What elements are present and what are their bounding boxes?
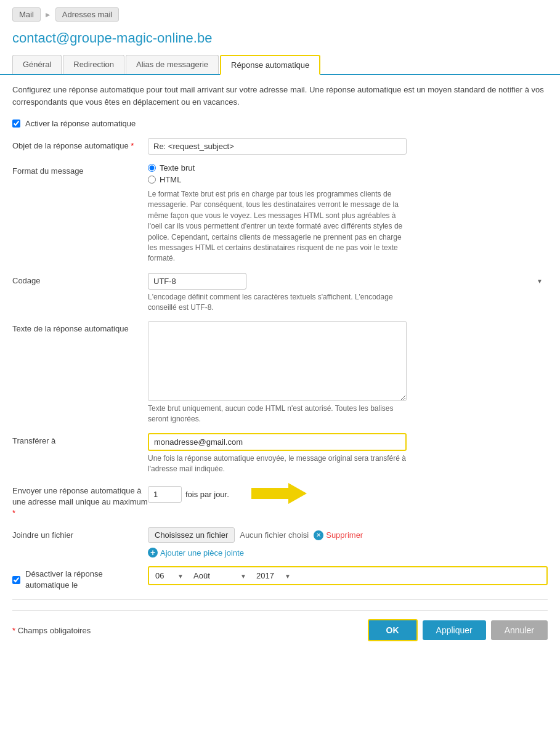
response-text-input[interactable] — [148, 321, 407, 401]
times-control: fois par jour. — [148, 483, 548, 506]
times-suffix: fois par jour. — [185, 490, 229, 499]
file-select-row: Choisissez un fichier Aucun fichier choi… — [148, 527, 548, 543]
format-description: Le format Texte brut est pris en charge … — [148, 189, 407, 264]
deactivate-label: Désactiver la réponse automatique le — [25, 569, 148, 591]
transfer-control: Une fois la réponse automatique envoyée,… — [148, 433, 548, 474]
format-label: Format du message — [12, 163, 148, 177]
add-icon: + — [148, 548, 158, 558]
breadcrumb: Mail ► Adresses mail — [0, 0, 560, 26]
codage-select-wrapper: UTF-8 ISO-8859-1 US-ASCII — [148, 273, 548, 290]
deactivate-label-area: Désactiver la réponse automatique le — [12, 566, 148, 591]
activate-label: Activer la réponse automatique — [25, 119, 136, 128]
deactivate-label-row: Désactiver la réponse automatique le — [12, 569, 148, 591]
times-label: Envoyer une réponse automatique à une ad… — [12, 483, 148, 519]
codage-row: Codage UTF-8 ISO-8859-1 US-ASCII L'encod… — [12, 273, 548, 313]
add-attachment-link[interactable]: + Ajouter une pièce jointe — [148, 545, 548, 558]
deactivate-checkbox[interactable] — [12, 576, 20, 584]
tab-general[interactable]: Général — [12, 55, 62, 74]
tab-reponse-automatique[interactable]: Réponse automatique — [220, 55, 320, 75]
activate-row: Activer la réponse automatique — [12, 119, 548, 128]
response-text-hint: Texte brut uniquement, aucun code HTML n… — [148, 403, 407, 424]
arrow-indicator — [251, 483, 307, 506]
transfer-hint: Une fois la réponse automatique envoyée,… — [148, 453, 407, 474]
breadcrumb-mail[interactable]: Mail — [12, 7, 41, 22]
month-select[interactable]: Août JanvierFévrierMarsAvril MaiJuinJuil… — [190, 569, 251, 583]
delete-icon: ✕ — [314, 530, 323, 540]
subject-control — [148, 138, 548, 155]
day-select-wrapper: 06 0102030405 07080910 — [152, 569, 189, 583]
codage-select[interactable]: UTF-8 ISO-8859-1 US-ASCII — [148, 273, 246, 290]
breadcrumb-arrow: ► — [44, 10, 52, 19]
format-control: Texte brut HTML Le format Texte brut est… — [148, 163, 548, 264]
breadcrumb-adresses[interactable]: Adresses mail — [55, 7, 120, 22]
file-label: Joindre un fichier — [12, 527, 148, 541]
choose-file-button[interactable]: Choisissez un fichier — [148, 527, 235, 543]
response-text-label: Texte de la réponse automatique — [12, 321, 148, 335]
year-select-wrapper: 2017 2016201820192020 — [253, 569, 296, 583]
times-input[interactable] — [148, 486, 182, 503]
footer-bar: * Champs obligatoires OK Appliquer Annul… — [12, 610, 548, 641]
required-note: * Champs obligatoires — [12, 626, 91, 635]
day-select[interactable]: 06 0102030405 07080910 — [152, 569, 189, 583]
tab-bar: Général Redirection Alias de messagerie … — [0, 55, 560, 75]
main-content: Configurez une réponse automatique pour … — [0, 84, 560, 654]
format-texte-brut: Texte brut — [148, 163, 548, 172]
add-attachment-label: Ajouter une pièce jointe — [160, 548, 244, 558]
codage-control: UTF-8 ISO-8859-1 US-ASCII L'encodage déf… — [148, 273, 548, 313]
format-texte-brut-label: Texte brut — [160, 163, 195, 172]
file-row: Joindre un fichier Choisissez un fichier… — [12, 527, 548, 558]
format-html-radio[interactable] — [148, 176, 156, 184]
response-text-control: Texte brut uniquement, aucun code HTML n… — [148, 321, 548, 424]
transfer-row: Transférer à Une fois la réponse automat… — [12, 433, 548, 474]
times-per-day-row: fois par jour. — [148, 483, 548, 506]
file-none-text: Aucun fichier choisi — [240, 530, 309, 540]
times-row: Envoyer une réponse automatique à une ad… — [12, 483, 548, 519]
delete-label: Supprimer — [326, 530, 363, 540]
tab-redirection[interactable]: Redirection — [63, 55, 124, 74]
deactivate-row: Désactiver la réponse automatique le 06 … — [12, 566, 548, 591]
format-row: Format du message Texte brut HTML Le for… — [12, 163, 548, 264]
format-html: HTML — [148, 175, 548, 184]
subject-input[interactable] — [148, 138, 407, 155]
format-html-label: HTML — [160, 175, 181, 184]
codage-hint: L'encodage définit comment les caractère… — [148, 292, 407, 313]
transfer-label: Transférer à — [12, 433, 148, 447]
year-select[interactable]: 2017 2016201820192020 — [253, 569, 296, 583]
apply-button[interactable]: Appliquer — [423, 620, 486, 640]
month-select-wrapper: Août JanvierFévrierMarsAvril MaiJuinJuil… — [190, 569, 251, 583]
deactivate-control: 06 0102030405 07080910 Août JanvierFévri… — [148, 566, 548, 585]
delete-link[interactable]: ✕ Supprimer — [314, 530, 363, 540]
cancel-button[interactable]: Annuler — [491, 620, 548, 640]
subject-label: Objet de la réponse automatique * — [12, 138, 148, 152]
codage-label: Codage — [12, 273, 148, 286]
format-radio-group: Texte brut HTML — [148, 163, 548, 184]
subject-row: Objet de la réponse automatique * — [12, 138, 548, 155]
date-select-group: 06 0102030405 07080910 Août JanvierFévri… — [148, 566, 548, 585]
description-text: Configurez une réponse automatique pour … — [12, 84, 548, 108]
footer-divider — [12, 599, 548, 600]
page-title: contact@groupe-magic-online.be — [0, 26, 560, 55]
tab-alias[interactable]: Alias de messagerie — [126, 55, 219, 74]
svg-marker-0 — [251, 483, 307, 504]
activate-checkbox[interactable] — [12, 120, 20, 128]
format-texte-brut-radio[interactable] — [148, 164, 156, 172]
transfer-input[interactable] — [148, 433, 407, 451]
file-control: Choisissez un fichier Aucun fichier choi… — [148, 527, 548, 558]
ok-button[interactable]: OK — [368, 619, 418, 641]
response-text-row: Texte de la réponse automatique Texte br… — [12, 321, 548, 424]
